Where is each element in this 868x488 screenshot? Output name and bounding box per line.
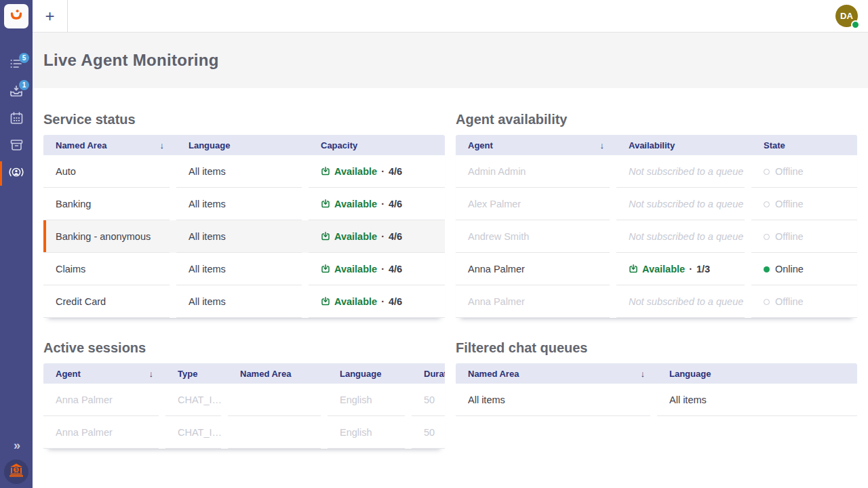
table-row[interactable]: Credit Card All items Available · 4/6	[43, 285, 445, 318]
sidebar-item-inbox[interactable]: 1	[0, 79, 33, 106]
named-area-cell: Claims	[43, 253, 176, 285]
capacity-cell: Available · 4/6	[309, 188, 445, 220]
table-row[interactable]: Alex Palmer Not subscribed to a queue Of…	[456, 188, 857, 220]
filtered-chat-queues-table: Named Area ↓ Language All items All item…	[456, 363, 857, 416]
named-area-cell: Banking - anonymous	[43, 220, 176, 253]
named-area-cell	[228, 416, 328, 449]
table-row[interactable]: Admin Admin Not subscribed to a queue Of…	[456, 155, 857, 188]
filtered-chat-queues-header-row: Named Area ↓ Language	[456, 363, 857, 384]
agent-availability-header-row: Agent ↓ Availability State	[456, 135, 857, 155]
column-header-language[interactable]: Language	[328, 363, 412, 384]
active-sessions-table: Agent ↓ Type Named Area Language Duratio…	[43, 363, 445, 449]
named-area-cell: Auto	[43, 155, 176, 188]
column-header-type[interactable]: Type	[165, 363, 228, 384]
column-header-state[interactable]: State	[751, 135, 857, 155]
sort-descending-icon[interactable]: ↓	[600, 140, 617, 150]
active-sessions-title: Active sessions	[43, 340, 445, 356]
language-cell: All items	[176, 285, 309, 318]
offline-status-icon	[764, 234, 770, 240]
new-tab-button[interactable]: +	[33, 0, 68, 32]
language-cell: All items	[176, 155, 309, 188]
named-area-cell: Banking	[43, 188, 176, 220]
table-row-selected[interactable]: Banking - anonymous All items Available …	[43, 220, 445, 253]
duration-cell: 50	[412, 416, 445, 449]
named-area-cell	[228, 384, 328, 416]
table-row[interactable]: Anna Palmer Not subscribed to a queue Of…	[456, 285, 857, 318]
agent-cell: Alex Palmer	[456, 188, 616, 220]
named-area-cell: Credit Card	[43, 285, 176, 318]
sort-descending-icon[interactable]: ↓	[160, 140, 177, 150]
column-header-language[interactable]: Language	[176, 135, 309, 155]
capacity-available-icon	[629, 264, 638, 274]
table-row[interactable]: Anna Palmer CHAT_I… English 50	[43, 416, 445, 449]
app-logo[interactable]	[4, 4, 28, 28]
unblu-smiley-icon	[8, 7, 24, 26]
duration-cell: 50	[412, 384, 445, 416]
column-header-duration[interactable]: Duration	[412, 363, 445, 384]
type-cell: CHAT_I…	[165, 384, 228, 416]
column-header-agent[interactable]: Agent ↓	[456, 135, 616, 155]
inbox-badge: 1	[19, 80, 29, 90]
agent-availability-table: Agent ↓ Availability State Admin Admin N…	[456, 135, 857, 318]
user-avatar[interactable]: DA	[835, 5, 858, 27]
column-header-named-area[interactable]: Named Area ↓	[43, 135, 176, 155]
state-cell: Offline	[751, 155, 857, 188]
capacity-available-icon	[321, 199, 330, 209]
sidebar-collapse-button[interactable]: »	[0, 439, 33, 453]
main-content: Service status Named Area ↓ Language Cap…	[33, 88, 868, 488]
top-bar: + DA	[33, 0, 868, 33]
column-header-availability[interactable]: Availability	[616, 135, 751, 155]
table-row[interactable]: Claims All items Available · 4/6	[43, 253, 445, 285]
capacity-cell: Available · 4/6	[309, 285, 445, 318]
column-header-agent[interactable]: Agent ↓	[43, 363, 165, 384]
language-cell: All items	[176, 220, 309, 253]
language-cell: All items	[176, 253, 309, 285]
language-cell: English	[328, 384, 412, 416]
sidebar-item-calendar[interactable]	[0, 106, 33, 133]
sidebar-item-archive[interactable]	[0, 133, 33, 160]
sidebar-item-queue[interactable]: 5	[0, 52, 33, 79]
service-status-title: Service status	[43, 111, 445, 127]
service-status-table: Named Area ↓ Language Capacity Auto All …	[43, 135, 445, 318]
table-row[interactable]: All items All items	[456, 384, 857, 416]
named-area-cell: All items	[456, 384, 657, 416]
table-row[interactable]: Auto All items Available · 4/6	[43, 155, 445, 188]
capacity-available-icon	[321, 232, 330, 241]
bank-app-button[interactable]: $	[4, 460, 28, 484]
state-cell: Online	[751, 253, 857, 285]
language-cell: English	[328, 416, 412, 449]
column-header-capacity[interactable]: Capacity	[309, 135, 445, 155]
capacity-available-icon	[321, 167, 330, 176]
state-cell: Offline	[751, 188, 857, 220]
sort-descending-icon[interactable]: ↓	[641, 369, 658, 379]
filtered-chat-queues-title: Filtered chat queues	[456, 340, 857, 356]
active-sessions-header-row: Agent ↓ Type Named Area Language Duratio…	[43, 363, 445, 384]
agent-cell: Anna Palmer	[456, 285, 616, 318]
table-row[interactable]: Andrew Smith Not subscribed to a queue O…	[456, 220, 857, 253]
capacity-available-icon	[321, 264, 330, 274]
column-header-language[interactable]: Language	[657, 363, 857, 384]
agent-cell: Andrew Smith	[456, 220, 616, 253]
queue-badge: 5	[19, 53, 29, 63]
page-header: Live Agent Monitoring	[33, 33, 868, 88]
table-row[interactable]: Anna Palmer CHAT_I… English 50	[43, 384, 445, 416]
capacity-cell: Available · 4/6	[309, 155, 445, 188]
sort-descending-icon[interactable]: ↓	[149, 369, 166, 379]
language-cell: All items	[657, 384, 857, 416]
column-header-named-area[interactable]: Named Area ↓	[456, 363, 657, 384]
bank-icon: $	[8, 462, 24, 481]
table-row[interactable]: Banking All items Available · 4/6	[43, 188, 445, 220]
service-status-header-row: Named Area ↓ Language Capacity	[43, 135, 445, 155]
offline-status-icon	[764, 169, 770, 175]
sidebar-item-live-monitoring[interactable]	[0, 160, 33, 187]
left-column: Service status Named Area ↓ Language Cap…	[43, 88, 445, 449]
availability-cell: Not subscribed to a queue	[616, 285, 751, 318]
column-header-named-area[interactable]: Named Area	[228, 363, 328, 384]
sidebar-nav: 5 1	[0, 52, 33, 187]
capacity-available-icon	[321, 297, 330, 306]
agent-cell: Anna Palmer	[43, 384, 165, 416]
online-status-icon	[764, 266, 770, 272]
availability-cell: Available · 1/3	[616, 253, 751, 285]
table-row[interactable]: Anna Palmer Available · 1/3 Online	[456, 253, 857, 285]
right-column: Agent availability Agent ↓ Availability …	[456, 88, 857, 449]
